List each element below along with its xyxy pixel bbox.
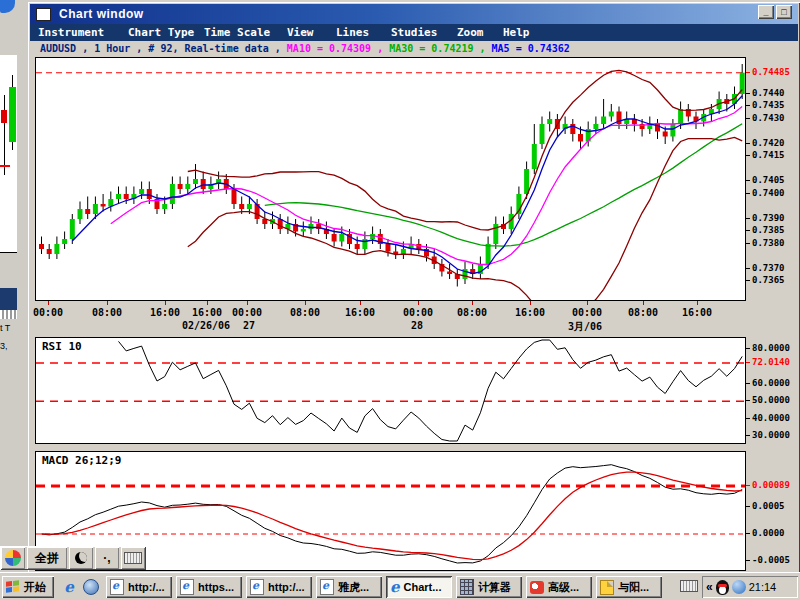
time-tick — [530, 301, 531, 305]
menu-item-help[interactable]: Help — [503, 26, 530, 39]
ime-punctuation-button[interactable]: ·, — [95, 547, 119, 569]
tray-blue-icon[interactable] — [732, 580, 746, 594]
rsi-title: RSI 10 — [42, 340, 82, 353]
task-button-label: http:/... — [128, 581, 165, 593]
rsi-panel[interactable]: RSI 10 — [35, 337, 746, 444]
axis-tick — [746, 193, 750, 194]
axis-tick — [746, 435, 750, 436]
axis-tick — [746, 560, 750, 561]
tray-expand-chevron[interactable]: « — [706, 580, 713, 594]
candle — [678, 109, 683, 124]
axis-value-label: 0.7415 — [752, 150, 785, 160]
qq-icon — [530, 581, 544, 594]
ie-page-icon — [180, 579, 194, 595]
candle — [301, 229, 306, 232]
candle — [532, 144, 537, 169]
candle — [101, 204, 106, 207]
date-label: 27 — [243, 320, 255, 331]
rsi-chart — [36, 338, 745, 443]
ime-logo-button[interactable] — [1, 547, 25, 569]
task-button-label: 与阳... — [618, 580, 649, 595]
candle — [47, 249, 52, 254]
background-text-fragment: 3, — [0, 341, 8, 351]
candle — [147, 189, 152, 199]
time-tick — [107, 301, 108, 305]
menu-item-lines[interactable]: Lines — [336, 26, 369, 39]
background-window-strip: t T 3, — [0, 0, 30, 600]
ime-mode-button[interactable]: 全拼 — [27, 547, 67, 569]
menu-item-studies[interactable]: Studies — [391, 26, 437, 39]
candle — [78, 209, 83, 219]
ime-indicator-icon[interactable] — [680, 580, 698, 592]
candle — [247, 204, 252, 209]
menu-item-zoom[interactable]: Zoom — [457, 26, 484, 39]
price-chart-panel[interactable] — [35, 57, 746, 301]
axis-value-label: 0.7430 — [752, 113, 785, 123]
task-button-label: https... — [198, 581, 234, 593]
start-label: 开始 — [24, 580, 46, 595]
task-button-8[interactable]: 与阳... — [596, 576, 662, 598]
time-tick — [360, 301, 361, 305]
candle — [540, 124, 545, 144]
axis-value-label: 0.7405 — [752, 175, 785, 185]
axis-value-label: 60.0000 — [752, 378, 790, 388]
axis-tick — [746, 400, 750, 401]
candle — [486, 244, 491, 264]
task-button-5[interactable]: eChart... — [386, 576, 452, 598]
task-button-4[interactable]: 雅虎... — [316, 576, 382, 598]
time-tick — [165, 301, 166, 305]
task-button-label: 雅虎... — [338, 580, 369, 595]
task-button-6[interactable]: 计算器 — [456, 576, 522, 598]
title-bar[interactable]: Chart window — [30, 4, 798, 24]
ie-icon: e — [390, 580, 400, 595]
ime-fullhalf-button[interactable] — [69, 547, 93, 569]
menu-item-time-scale[interactable]: Time Scale — [204, 26, 270, 39]
axis-tick — [746, 218, 750, 219]
axis-tick — [746, 362, 750, 363]
candle — [170, 184, 175, 204]
quicklaunch-globe-icon[interactable] — [82, 578, 100, 596]
axis-tick — [746, 143, 750, 144]
axis-value-label: 80.0000 — [752, 343, 790, 353]
background-mini-chart — [0, 55, 17, 253]
axis-tick — [746, 72, 750, 73]
screen: t T 3, Chart window _ □ InstrumentChart … — [0, 0, 800, 600]
quicklaunch-ie-icon[interactable]: e — [60, 578, 78, 596]
axis-value-label: 0.7435 — [752, 100, 785, 110]
task-button-1[interactable]: http:/... — [106, 576, 172, 598]
candle — [162, 204, 167, 209]
ime-softkeyboard-button[interactable] — [121, 547, 145, 569]
maximize-button[interactable]: □ — [776, 5, 792, 19]
background-toolbar-fragment — [0, 310, 17, 319]
candlestick-chart — [36, 58, 745, 300]
candle — [70, 219, 75, 239]
time-label: 16:00 — [345, 307, 375, 318]
task-button-7[interactable]: 高级... — [526, 576, 592, 598]
background-candle-green — [9, 87, 16, 142]
minimize-button[interactable]: _ — [758, 5, 774, 19]
start-button[interactable]: 开始 — [2, 576, 54, 598]
time-label: 00:00 — [403, 307, 433, 318]
time-tick — [48, 301, 49, 305]
menu-item-view[interactable]: View — [287, 26, 314, 39]
task-button-2[interactable]: https... — [176, 576, 242, 598]
candle — [339, 234, 344, 242]
ma5-value: MA5 = 0.74362 — [486, 43, 570, 54]
menu-item-chart-type[interactable]: Chart Type — [128, 26, 194, 39]
time-tick — [697, 301, 698, 305]
task-button-3[interactable]: http:/... — [246, 576, 312, 598]
axis-value-label: 0.7380 — [752, 238, 785, 248]
candle — [663, 132, 668, 137]
rsi-line — [119, 340, 743, 441]
menu-item-instrument[interactable]: Instrument — [38, 26, 104, 39]
axis-tick — [746, 418, 750, 419]
ime-bar: 全拼 ·, — [0, 546, 146, 570]
candle — [185, 184, 190, 189]
time-label: 08:00 — [290, 307, 320, 318]
qq-penguin-icon[interactable] — [716, 580, 729, 595]
time-tick — [207, 301, 208, 305]
time-tick — [305, 301, 306, 305]
menu-bar: InstrumentChart TypeTime ScaleViewLinesS… — [30, 24, 798, 41]
background-red-dash — [0, 165, 10, 167]
task-button-label: 计算器 — [478, 580, 511, 595]
